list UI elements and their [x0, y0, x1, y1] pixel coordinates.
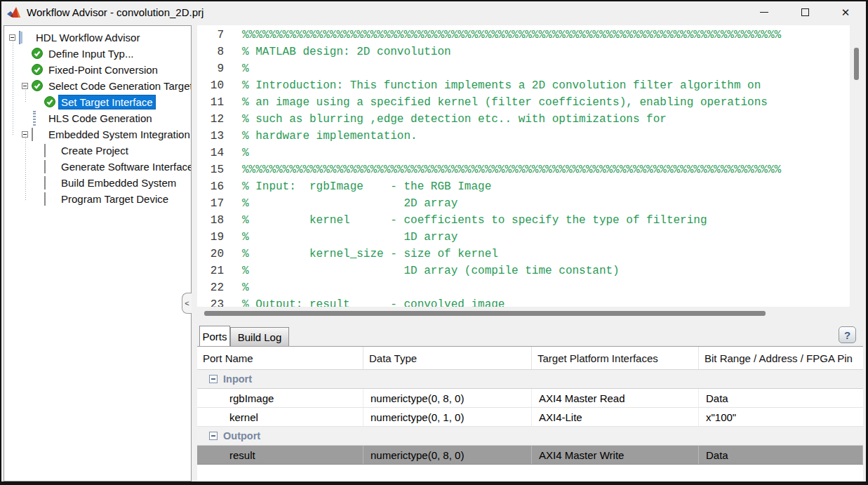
column-header-bit-range[interactable]: Bit Range / Address / FPGA Pin [699, 347, 863, 369]
code-line: 22% [197, 279, 850, 296]
line-number: 7 [197, 29, 224, 41]
code-text: %%%%%%%%%%%%%%%%%%%%%%%%%%%%%%%%%%%%%%%%… [242, 164, 781, 176]
cell-target-platform-interface[interactable]: AXI4 Master Write [532, 446, 699, 464]
help-button[interactable]: ? [839, 326, 856, 343]
minimize-button[interactable] [744, 1, 784, 23]
vertical-scrollbar-thumb[interactable] [854, 48, 859, 80]
tree-item-label-selected: Set Target Interface [59, 95, 155, 109]
cell-data-type[interactable]: numerictype(0, 1, 0) [363, 408, 532, 426]
code-line: 13% hardware implementation. [197, 128, 850, 145]
line-number: 17 [197, 197, 224, 210]
line-number: 20 [197, 248, 224, 260]
horizontal-scrollbar-thumb[interactable] [204, 311, 766, 316]
line-number: 11 [197, 96, 224, 109]
group-row-outport[interactable]: Outport [197, 427, 863, 446]
cell-data-type[interactable]: numerictype(0, 8, 0) [363, 446, 532, 464]
tree-item-select-code-generation-target[interactable]: Select Code Generation Target [4, 78, 191, 94]
tab-build-log[interactable]: Build Log [230, 327, 289, 346]
tree-item-define-input-types[interactable]: Define Input Typ... [4, 46, 191, 62]
code-text: % kernel - coefficients to specify the t… [242, 214, 707, 227]
table-row-result-selected[interactable]: result numerictype(0, 8, 0) AXI4 Master … [197, 446, 863, 465]
column-header-target-platform-interfaces[interactable]: Target Platform Interfaces [532, 347, 699, 369]
table-row-rgbimage[interactable]: rgbImage numerictype(0, 8, 0) AXI4 Maste… [197, 389, 863, 408]
line-number: 13 [197, 130, 224, 142]
ports-panel-tabbar: Ports Build Log ? [197, 320, 863, 346]
line-number: 23 [197, 298, 224, 307]
line-number: 12 [197, 113, 224, 126]
tree-item-label: Program Target Device [59, 192, 171, 206]
editor-vertical-scrollbar[interactable] [850, 25, 863, 307]
table-row-kernel[interactable]: kernel numerictype(0, 1, 0) AXI4-Lite x"… [197, 408, 863, 427]
workflow-advisor-window: Workflow Advisor - convolution_2D.prj ✕ … [0, 0, 868, 485]
code-line: 11% an image using a specified kernel (f… [197, 94, 850, 111]
cell-target-platform-interface[interactable]: AXI4-Lite [532, 408, 699, 426]
tree-item-hls-code-generation[interactable]: HLS Code Generation [4, 110, 191, 126]
code-editor[interactable]: 7%%%%%%%%%%%%%%%%%%%%%%%%%%%%%%%%%%%%%%%… [197, 25, 850, 307]
tree-item-build-embedded-system[interactable]: Build Embedded System [4, 175, 191, 191]
task-not-run-icon [44, 192, 46, 206]
line-number: 10 [197, 79, 224, 92]
task-not-run-icon [44, 160, 46, 173]
cell-bit-range[interactable]: Data [699, 389, 863, 407]
column-header-port-name[interactable]: Port Name [197, 347, 363, 369]
tree-item-program-target-device[interactable]: Program Target Device [4, 191, 191, 207]
code-text: %%%%%%%%%%%%%%%%%%%%%%%%%%%%%%%%%%%%%%%%… [242, 29, 781, 41]
tree-item-label: Fixed-Point Conversion [46, 63, 160, 77]
close-button[interactable]: ✕ [825, 1, 866, 23]
maximize-button[interactable] [784, 1, 825, 23]
code-text: % 1D array (compile time constant) [242, 265, 620, 277]
group-row-inport[interactable]: Inport [197, 370, 863, 389]
tree-item-label: Create Project [59, 144, 131, 157]
check-passed-icon [32, 64, 43, 75]
code-text: % 1D array [242, 231, 458, 244]
cell-bit-range[interactable]: x"100" [699, 408, 863, 426]
collapse-panel-handle[interactable]: < [182, 293, 192, 314]
group-label: Outport [223, 430, 260, 441]
tab-label: Build Log [238, 331, 282, 343]
code-text: % [242, 62, 249, 75]
check-passed-icon [32, 80, 43, 91]
column-header-data-type[interactable]: Data Type [363, 347, 532, 369]
check-passed-icon [44, 96, 55, 107]
code-line: 9% [197, 60, 850, 77]
code-line: 7%%%%%%%%%%%%%%%%%%%%%%%%%%%%%%%%%%%%%%%… [197, 27, 850, 44]
code-text: % 2D array [242, 197, 458, 210]
cell-target-platform-interface[interactable]: AXI4 Master Read [532, 389, 699, 407]
code-text: % [242, 281, 249, 294]
tree-item-set-target-interface[interactable]: Set Target Interface [4, 94, 191, 110]
code-line: 23% Output: result - convolved image [197, 296, 850, 307]
tree-item-hdl-workflow-advisor[interactable]: HDL Workflow Advisor [4, 29, 191, 46]
line-number: 18 [197, 214, 224, 227]
line-number: 16 [197, 180, 224, 193]
code-text: % Input: rgbImage - the RGB Image [242, 180, 491, 193]
workflow-tree-panel: HDL Workflow Advisor Define Input Typ...… [4, 25, 192, 481]
line-number: 8 [197, 46, 224, 58]
code-text: % kernel_size - size of kernel [242, 248, 498, 260]
window-title: Workflow Advisor - convolution_2D.prj [27, 6, 203, 18]
cell-bit-range[interactable]: Data [699, 446, 863, 464]
line-number: 14 [197, 147, 224, 159]
cell-port-name: rgbImage [197, 389, 363, 407]
tab-ports[interactable]: Ports [199, 326, 230, 346]
tree-item-generate-software-interface[interactable]: Generate Software Interface [4, 159, 191, 175]
collapse-expander-icon[interactable] [9, 34, 15, 41]
editor-horizontal-scrollbar[interactable] [197, 307, 863, 320]
collapse-expander-icon[interactable] [22, 83, 28, 89]
tree-item-label: Select Code Generation Target [46, 79, 192, 93]
code-text: % Introduction: This function implements… [242, 79, 761, 92]
cell-port-name: result [197, 446, 363, 464]
tree-item-label: Embedded System Integration [46, 128, 192, 141]
collapse-expander-icon[interactable] [22, 131, 28, 138]
code-text: % [242, 147, 249, 159]
task-pending-icon [33, 111, 36, 126]
collapse-group-icon[interactable] [209, 432, 218, 440]
tree-item-fixed-point-conversion[interactable]: Fixed-Point Conversion [4, 62, 191, 78]
cell-data-type[interactable]: numerictype(0, 8, 0) [363, 389, 532, 407]
tree-item-embedded-system-integration[interactable]: Embedded System Integration [4, 126, 191, 142]
workflow-advisor-doc-icon [19, 31, 20, 44]
tree-item-label: Generate Software Interface [59, 160, 192, 173]
matlab-logo-icon [7, 6, 21, 19]
collapse-group-icon[interactable] [209, 375, 218, 383]
chevron-left-icon: < [185, 299, 189, 307]
tree-item-create-project[interactable]: Create Project [4, 142, 191, 159]
